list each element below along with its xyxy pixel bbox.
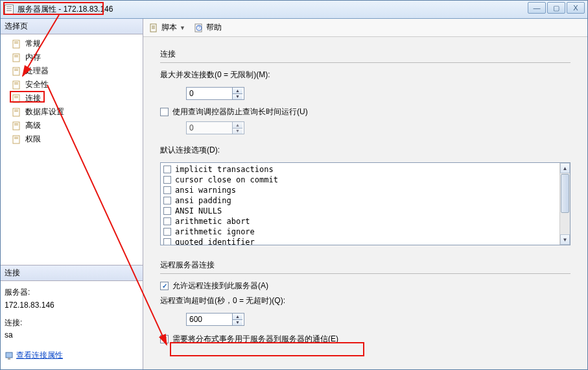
option-label: ansi warnings — [175, 186, 236, 195]
main-panel: 脚本 ▼ ? 帮助 连接 最大并发连接数(0 = 无限制)(M): ▲ ▼ — [143, 19, 587, 369]
option-row[interactable]: ansi padding — [163, 195, 557, 206]
option-checkbox[interactable] — [163, 166, 171, 173]
option-row[interactable]: ansi warnings — [163, 185, 557, 195]
option-label: quoted identifier — [175, 238, 255, 245]
spin-down-icon[interactable]: ▼ — [233, 93, 242, 100]
sidebar-item-label: 高级 — [25, 120, 41, 131]
sidebar-item-memory[interactable]: 内存 — [1, 51, 143, 64]
svg-rect-11 — [14, 84, 18, 84]
help-button[interactable]: ? 帮助 — [194, 22, 222, 33]
scroll-thumb[interactable] — [561, 174, 569, 213]
sidebar-item-database-settings[interactable]: 数据库设置 — [1, 105, 143, 119]
scroll-down-icon[interactable]: ▼ — [560, 234, 570, 245]
help-label: 帮助 — [206, 22, 222, 33]
option-checkbox[interactable] — [163, 238, 171, 245]
option-label: arithmetic abort — [175, 217, 250, 226]
svg-rect-5 — [14, 56, 18, 57]
connection-label: 连接: — [5, 317, 139, 329]
option-checkbox[interactable] — [163, 197, 171, 204]
page-icon — [12, 67, 21, 76]
svg-rect-25 — [8, 358, 10, 360]
governor-spinner[interactable]: ▲ ▼ — [186, 121, 244, 134]
dropdown-icon: ▼ — [180, 25, 185, 31]
page-icon — [12, 40, 21, 49]
remote-timeout-spinner[interactable]: ▲ ▼ — [186, 313, 244, 326]
default-options-list[interactable]: implicit transactions cursor close on co… — [160, 162, 570, 245]
svg-rect-6 — [13, 68, 19, 75]
connection-info-panel: 连接 服务器: 172.18.83.146 连接: sa 查看连接属性 — [1, 265, 143, 369]
document-icon — [5, 5, 14, 15]
governor-checkbox[interactable] — [160, 108, 169, 116]
svg-rect-19 — [14, 123, 18, 124]
sidebar-item-label: 常规 — [25, 38, 41, 49]
sidebar-item-security[interactable]: 安全性 — [1, 78, 143, 92]
option-row[interactable]: ANSI NULLS — [163, 206, 557, 216]
scroll-up-icon[interactable]: ▲ — [560, 163, 570, 173]
connection-value: sa — [5, 329, 139, 341]
spin-up-icon[interactable]: ▲ — [233, 88, 242, 93]
sidebar-item-processors[interactable]: 处理器 — [1, 64, 143, 78]
dialog-window: 服务器属性 - 172.18.83.146 — ▢ X 选择页 常规 内存 — [0, 0, 588, 370]
governor-input[interactable] — [187, 122, 232, 134]
option-row[interactable]: implicit transactions — [163, 164, 557, 175]
option-row[interactable]: quoted identifier — [163, 237, 557, 245]
svg-rect-3 — [13, 54, 19, 62]
svg-rect-26 — [150, 24, 156, 32]
svg-rect-17 — [14, 111, 18, 112]
server-label: 服务器: — [5, 286, 139, 299]
option-checkbox[interactable] — [163, 176, 171, 184]
option-row[interactable]: cursor close on commit — [163, 175, 557, 185]
svg-rect-4 — [14, 55, 18, 56]
spin-down-icon[interactable]: ▼ — [233, 319, 242, 326]
sidebar-item-label: 连接 — [25, 93, 41, 104]
options-scrollbar[interactable]: ▲ ▼ — [559, 163, 570, 245]
spin-up-icon[interactable]: ▲ — [233, 122, 242, 128]
option-row[interactable]: arithmetic ignore — [163, 227, 557, 237]
sidebar-item-label: 安全性 — [25, 79, 49, 90]
sidebar-item-connections[interactable]: 连接 — [1, 92, 143, 105]
sidebar-header: 选择页 — [1, 19, 143, 34]
script-button[interactable]: 脚本 ▼ — [150, 22, 185, 33]
option-checkbox[interactable] — [163, 207, 171, 215]
governor-checkbox-row[interactable]: 使用查询调控器防止查询长时间运行(U) — [160, 106, 570, 117]
remote-timeout-input[interactable] — [187, 314, 232, 325]
help-icon: ? — [194, 23, 204, 32]
minimize-button[interactable]: — — [528, 2, 546, 14]
default-options-label: 默认连接选项(D): — [160, 145, 570, 156]
page-icon — [12, 94, 21, 103]
svg-rect-8 — [14, 70, 18, 71]
option-checkbox[interactable] — [163, 228, 171, 236]
allow-remote-row[interactable]: 允许远程连接到此服务器(A) — [160, 280, 570, 291]
distributed-trans-row[interactable]: 需要将分布式事务用于服务器到服务器的通信(E) — [160, 334, 570, 345]
allow-remote-checkbox[interactable] — [160, 282, 169, 290]
svg-rect-12 — [13, 95, 19, 103]
option-label: arithmetic ignore — [175, 227, 255, 236]
sidebar-item-permissions[interactable]: 权限 — [1, 132, 143, 146]
sidebar-item-advanced[interactable]: 高级 — [1, 119, 143, 132]
sidebar-item-label: 权限 — [25, 134, 41, 145]
connection-info-body: 服务器: 172.18.83.146 连接: sa 查看连接属性 — [1, 281, 143, 369]
view-connection-properties-link[interactable]: 查看连接属性 — [5, 349, 63, 362]
option-checkbox[interactable] — [163, 186, 171, 194]
distributed-trans-checkbox[interactable] — [160, 335, 169, 343]
svg-rect-13 — [14, 96, 18, 97]
option-checkbox[interactable] — [163, 217, 171, 225]
svg-rect-23 — [14, 138, 18, 139]
connection-info-header: 连接 — [1, 265, 143, 281]
toolbar: 脚本 ▼ ? 帮助 — [143, 19, 587, 37]
max-concurrent-input[interactable] — [187, 88, 232, 99]
svg-rect-22 — [14, 137, 18, 138]
close-button[interactable]: X — [567, 2, 585, 14]
sidebar-item-general[interactable]: 常规 — [1, 37, 143, 51]
sidebar-item-label: 处理器 — [25, 66, 49, 77]
maximize-button[interactable]: ▢ — [547, 2, 565, 14]
svg-rect-9 — [13, 81, 19, 89]
svg-rect-10 — [14, 82, 18, 83]
script-icon — [150, 23, 159, 32]
svg-rect-0 — [13, 40, 19, 48]
spin-down-icon[interactable]: ▼ — [233, 128, 242, 134]
option-row[interactable]: arithmetic abort — [163, 216, 557, 227]
spin-up-icon[interactable]: ▲ — [233, 314, 242, 319]
max-concurrent-label: 最大并发连接数(0 = 无限制)(M): — [160, 69, 570, 80]
max-concurrent-spinner[interactable]: ▲ ▼ — [186, 87, 244, 100]
